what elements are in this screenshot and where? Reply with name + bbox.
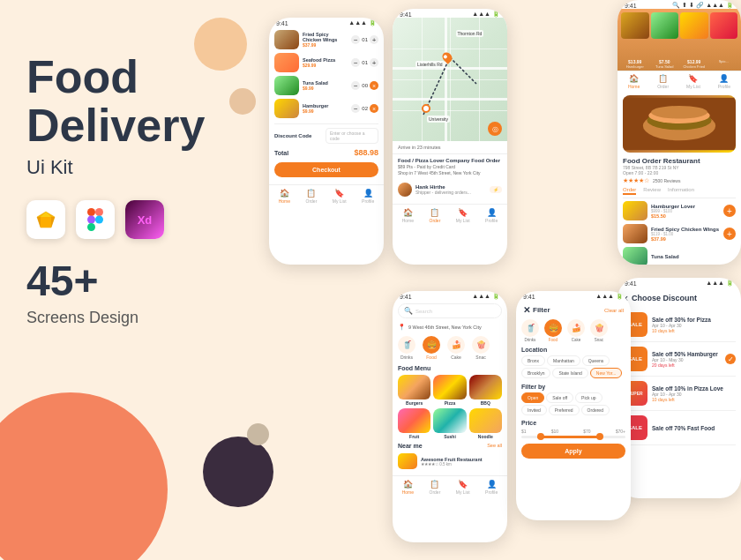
- see-all-btn[interactable]: See all: [487, 443, 502, 449]
- tab-information[interactable]: Information: [668, 187, 694, 195]
- discount-header: ‹ Choose Discount: [618, 287, 741, 308]
- discount-input[interactable]: Enter or choose a code: [326, 128, 378, 144]
- nav-profile-menu[interactable]: 👤Profile: [485, 480, 498, 495]
- svg-rect-9: [87, 223, 95, 231]
- increase-btn-2[interactable]: +: [370, 58, 378, 67]
- tool-icons-row: Xd: [26, 200, 221, 239]
- chip-queens[interactable]: Queens: [582, 355, 610, 366]
- tab-review[interactable]: Review: [643, 187, 661, 195]
- driver-row: Hank Hirthe Shipper - delivering orders.…: [393, 179, 507, 200]
- decrease-btn-3[interactable]: −: [351, 81, 360, 90]
- cat-burgers[interactable]: Burgers: [398, 375, 430, 406]
- nav-home-rest[interactable]: 🏠Home: [628, 74, 640, 89]
- nav-home[interactable]: 🏠Home: [279, 189, 290, 204]
- nav-mylist-rest[interactable]: 🔖My List: [686, 74, 700, 89]
- cat-sushi[interactable]: Sushi: [433, 408, 466, 439]
- nav-home-menu[interactable]: 🏠Home: [402, 480, 414, 495]
- tag-preferred[interactable]: Preferred: [549, 405, 580, 415]
- cart-item-2: Seafood Pizza $29.99 − 01 +: [274, 53, 378, 72]
- cat-bbq[interactable]: BBQ: [469, 375, 502, 406]
- discount-card-1[interactable]: SALE Sale off 30% for Pizza Apr 10 - Apr…: [623, 308, 736, 342]
- nav-mylist-map[interactable]: 🔖My List: [456, 208, 470, 223]
- nav-profile-rest[interactable]: 👤Profile: [718, 74, 730, 89]
- checkout-button[interactable]: Checkout: [274, 162, 378, 177]
- add-fried-btn[interactable]: +: [723, 228, 736, 240]
- price-slider-track[interactable]: [521, 436, 625, 438]
- price-slider-fill: [537, 436, 600, 438]
- search-bar[interactable]: 🔍 Search: [398, 303, 502, 318]
- cat-drinks[interactable]: 🥤 Drinks: [398, 336, 415, 360]
- cat-food[interactable]: 🍔 Food: [423, 336, 440, 360]
- location-pin-icon: 📍: [398, 324, 406, 331]
- chip-manhattan[interactable]: Manhattan: [547, 355, 580, 366]
- chip-brooklyn[interactable]: Brooklyn: [521, 368, 550, 378]
- filter-cat-cake[interactable]: 🍰 Cake: [567, 319, 585, 342]
- svg-line-11: [450, 57, 476, 84]
- rest-thumb-4: [710, 12, 738, 39]
- decrease-btn-2[interactable]: −: [351, 58, 360, 67]
- chip-bronx[interactable]: Bronx: [521, 355, 545, 366]
- decrease-btn-1[interactable]: −: [351, 35, 360, 44]
- bg-circle-small-gray: [247, 423, 269, 445]
- cart-item-1: Fried Spicy Chicken Wings $37.99 − 01 +: [274, 30, 378, 49]
- slider-thumb-max[interactable]: [596, 433, 603, 440]
- cat-pizza[interactable]: Pizza: [433, 375, 466, 406]
- tag-ordered[interactable]: Ordered: [581, 405, 610, 415]
- order-thumb-fried: [623, 224, 647, 243]
- cat-snack[interactable]: 🍿 Snac: [472, 336, 490, 360]
- nav-mylist[interactable]: 🔖My List: [333, 189, 347, 204]
- category-tabs: 🥤 Drinks 🍔 Food 🍰 Cake 🍿 Snac: [393, 332, 507, 363]
- phone-discount: 9:41 ▲▲▲ 🔋 ‹ Choose Discount SALE Sale o…: [618, 278, 741, 498]
- tag-open[interactable]: Open: [521, 392, 544, 403]
- nav-profile-map[interactable]: 👤Profile: [485, 208, 498, 223]
- filter-cat-snack[interactable]: 🍿 Snac: [590, 319, 608, 342]
- chip-stateisland[interactable]: State Island: [552, 368, 588, 378]
- discount-card-2[interactable]: SALE Sale off 50% Hamburger Apr 10 - May…: [623, 342, 736, 377]
- add-burger-btn[interactable]: +: [723, 205, 736, 217]
- phone-map: 9:41 ▲▲▲ 🔋 Listerhills Rd Thornton Rd Un…: [393, 9, 507, 265]
- filter-cat-drinks[interactable]: 🥤 Drinks: [521, 319, 539, 342]
- discount-card-3[interactable]: SUPER Sale off 10% in Pizza Love Apr 10 …: [623, 377, 736, 411]
- slider-thumb-min[interactable]: [537, 433, 544, 440]
- nav-order-menu[interactable]: 📋Order: [430, 480, 441, 495]
- rest-status-bar: 9:41 🔍 ⬆ ⬇ 🔗 ▲▲▲ 🔋: [618, 2, 741, 9]
- nearby-restaurant-item[interactable]: Awesome Fruit Restaurant ★★★★☆ 0.5 km: [393, 451, 507, 472]
- svg-point-16: [651, 106, 707, 119]
- cat-fruit[interactable]: Fruit: [398, 408, 430, 439]
- nav-order-rest[interactable]: 📋Order: [657, 74, 669, 89]
- nav-order-map[interactable]: 📋Order: [430, 208, 441, 223]
- phone-menu: 9:41 ▲▲▲ 🔋 🔍 Search 📍 9 West 46th Street…: [393, 291, 507, 542]
- chip-newyork[interactable]: New Yor...: [590, 368, 623, 378]
- nav-home-map[interactable]: 🏠Home: [402, 208, 414, 223]
- xd-icon: Xd: [125, 200, 164, 239]
- phone-cart: 9:41 ▲▲▲ 🔋 Fried Spicy Chicken Wings $37…: [269, 18, 384, 265]
- filter-cat-food[interactable]: 🍔 Food: [544, 319, 562, 342]
- svg-rect-6: [95, 208, 103, 216]
- filter-header: ✕ Filter Clear all: [516, 300, 631, 317]
- rest-thumb-3: [680, 12, 708, 39]
- tag-invited[interactable]: Invited: [521, 405, 547, 415]
- tab-order[interactable]: Order: [623, 187, 636, 195]
- clear-all-btn[interactable]: Clear all: [604, 308, 624, 313]
- delete-btn-3[interactable]: ×: [370, 81, 378, 90]
- increase-btn-1[interactable]: +: [370, 35, 378, 44]
- discount-card-4[interactable]: SALE Sale off 70% Fast Food: [623, 411, 736, 445]
- nav-profile[interactable]: 👤Profile: [362, 189, 374, 204]
- nav-mylist-menu[interactable]: 🔖My List: [456, 480, 470, 495]
- delete-btn-4[interactable]: ×: [370, 104, 378, 113]
- cat-cake[interactable]: 🍰 Cake: [447, 336, 465, 360]
- decrease-btn-4[interactable]: −: [351, 104, 360, 113]
- rest-thumb-1: [621, 12, 649, 39]
- map-location-btn[interactable]: ◎: [488, 122, 502, 136]
- order-thumb-burger: [623, 201, 647, 220]
- order-thumb-tuna: [623, 247, 647, 265]
- tag-pickup[interactable]: Pick up: [575, 392, 602, 403]
- brand-subtitle: Ui Kit: [26, 156, 221, 179]
- bg-circle-mid: [229, 88, 256, 115]
- filter-close-btn[interactable]: ✕: [523, 305, 530, 315]
- map-view: Listerhills Rd Thornton Rd University ◎: [393, 18, 507, 141]
- apply-button[interactable]: Apply: [521, 444, 625, 459]
- nav-order[interactable]: 📋Order: [306, 189, 318, 204]
- cat-noodle[interactable]: Noodle: [469, 408, 502, 439]
- tag-saleoff[interactable]: Sale off: [546, 392, 573, 403]
